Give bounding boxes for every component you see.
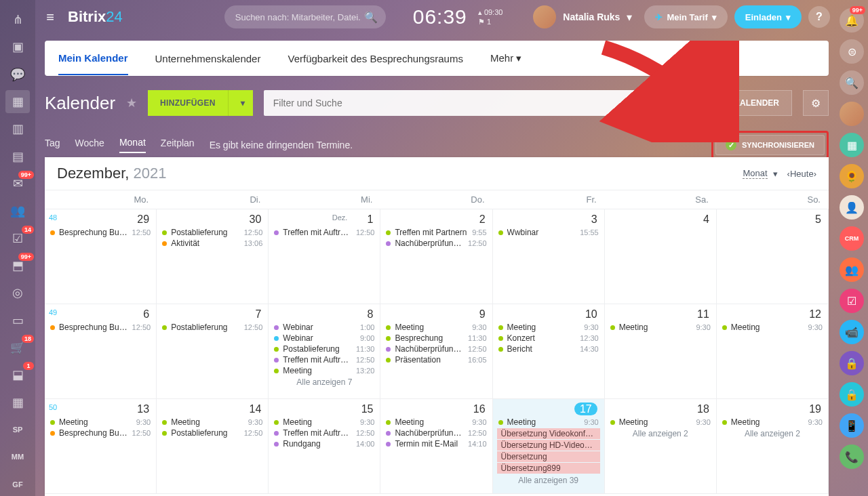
right-rail-item[interactable]: 📞 (840, 445, 864, 469)
rail-item[interactable]: ✉99+ (5, 172, 30, 195)
right-rail-item[interactable]: 🔒 (840, 351, 864, 375)
rail-item[interactable]: ▥ (5, 117, 30, 140)
rail-item[interactable]: ▤ (5, 145, 30, 168)
gear-icon[interactable]: ⚙ (803, 90, 829, 116)
right-rail-item[interactable]: 📹 (840, 320, 864, 344)
next-icon[interactable]: › (814, 169, 816, 179)
view-tag[interactable]: Tag (45, 138, 60, 152)
right-rail-item[interactable]: 👤 (840, 195, 864, 220)
event-bar[interactable]: Übersetzung Videokonfere... (497, 428, 600, 439)
right-rail-item[interactable]: CRM (840, 226, 864, 251)
tab[interactable]: Verfügbarkeit des Besprechungsraums (288, 43, 462, 75)
day-cell[interactable]: 7Postablieferung12:50 (157, 304, 269, 399)
event[interactable]: Besprechung Buchh...12:50 (49, 227, 152, 238)
rail-item[interactable]: ⬒99+ (5, 254, 30, 277)
show-all[interactable]: Alle anzeigen 2 (721, 428, 824, 438)
kalender-button[interactable]: KALENDER (721, 90, 792, 116)
day-cell[interactable]: 11Meeting9:30 (605, 304, 717, 399)
rail-item[interactable]: ▣ (5, 35, 30, 58)
view-woche[interactable]: Woche (75, 138, 104, 152)
right-rail-item[interactable]: 🔒 (840, 382, 864, 407)
event[interactable]: Besprechung Buchh...12:50 (49, 322, 152, 333)
logo[interactable]: Bitrix24 (68, 8, 123, 26)
view-switcher[interactable]: Monat ▾ (743, 168, 777, 179)
day-cell[interactable]: 5 (717, 209, 829, 304)
view-monat[interactable]: Monat (119, 137, 146, 153)
help-button[interactable]: ? (808, 6, 830, 28)
right-rail-item[interactable]: ☑ (840, 289, 864, 313)
menu-icon[interactable]: ≡ (41, 9, 60, 25)
right-rail-item[interactable]: ⊜ (840, 39, 864, 64)
right-rail-item[interactable]: 🔍 (840, 70, 864, 95)
event-bar[interactable]: Übersetzung899 (497, 463, 600, 474)
event[interactable]: Treffen mit Auftrag...12:50 (273, 354, 376, 365)
rail-item[interactable]: ▦ (5, 90, 30, 113)
event[interactable]: Postablieferung12:50 (161, 322, 264, 333)
rail-item[interactable]: 💬 (5, 63, 30, 86)
event[interactable]: Nachüberprüfung IT...12:50 (384, 238, 488, 249)
user-menu[interactable]: Natalia Ruks ▾ (533, 5, 632, 28)
day-cell[interactable]: 14Meeting9:30Postablieferung12:50 (157, 399, 269, 494)
event[interactable]: Treffen mit Auftrag...12:50 (273, 428, 376, 438)
day-cell[interactable]: 2Treffen mit Partnern9:55Nachüberprüfung… (380, 209, 492, 304)
tab[interactable]: Mein Kalender (58, 42, 128, 75)
event-bar[interactable]: Übersetzung (497, 451, 600, 462)
rail-item[interactable]: 🛒18 (5, 336, 30, 359)
event[interactable]: Postablieferung12:50 (161, 227, 264, 238)
add-dropdown[interactable]: ▾ (228, 90, 253, 116)
right-rail-item[interactable]: 📱 (840, 413, 864, 438)
event[interactable]: Termin mit E-Mail14:10 (384, 438, 488, 449)
event[interactable]: Besprechung Buchh...12:50 (49, 428, 152, 438)
search-icon[interactable]: 🔍 (364, 11, 378, 24)
tab[interactable]: Unternehmenskalender (155, 43, 261, 75)
filter-input[interactable] (264, 90, 711, 116)
event[interactable]: Webinar9:00 (273, 333, 376, 344)
right-rail-item[interactable]: ▦ (840, 133, 864, 157)
day-cell[interactable]: 496Besprechung Buchh...12:50 (45, 304, 157, 399)
view-zeitplan[interactable]: Zeitplan (161, 138, 195, 152)
event[interactable]: Meeting9:30 (384, 417, 488, 428)
day-cell[interactable]: 10Meeting9:30Konzert12:30Bericht14:30 (493, 304, 605, 399)
day-cell[interactable]: 17Meeting9:30Übersetzung Videokonfere...… (493, 399, 605, 494)
day-cell[interactable]: 18Meeting9:30Alle anzeigen 2 (605, 399, 717, 494)
event[interactable]: Meeting9:30 (609, 417, 712, 428)
event[interactable]: Webinar1:00 (273, 322, 376, 333)
invite-button[interactable]: Einladen▾ (734, 5, 802, 28)
event[interactable]: Postablieferung12:50 (161, 428, 264, 438)
event[interactable]: Aktivität13:06 (161, 238, 264, 249)
sync-button[interactable]: ✓SYNCHRONISIEREN (715, 135, 825, 155)
day-cell[interactable]: 9Meeting9:30Besprechung11:30Nachüberprüf… (380, 304, 492, 399)
right-rail-item[interactable]: 🌻 (840, 164, 864, 188)
day-cell[interactable]: 4829Besprechung Buchh...12:50 (45, 209, 157, 304)
event[interactable]: Meeting9:30 (49, 417, 152, 428)
event[interactable]: Meeting9:30 (721, 322, 824, 333)
show-all[interactable]: Alle anzeigen 39 (497, 474, 600, 485)
event[interactable]: Besprechung11:30 (384, 333, 488, 344)
rail-item[interactable]: SP (5, 418, 30, 441)
search-input[interactable] (224, 5, 386, 28)
rail-item[interactable]: GF (5, 473, 30, 496)
event[interactable]: Nachüberprüfung IT...12:50 (384, 344, 488, 354)
event[interactable]: Meeting13:20 (273, 365, 376, 376)
event[interactable]: Rundgang14:00 (273, 438, 376, 449)
day-cell[interactable]: 16Meeting9:30Nachüberprüfung IT...12:50T… (380, 399, 492, 494)
event[interactable]: Meeting9:30 (273, 417, 376, 428)
day-cell[interactable]: 3Wwbinar15:55 (493, 209, 605, 304)
day-cell[interactable]: 1Dez.Treffen mit Auftrag...12:50 (269, 209, 380, 304)
day-cell[interactable]: 12Meeting9:30 (717, 304, 829, 399)
event[interactable]: Meeting9:30 (384, 322, 488, 333)
rail-item[interactable]: 👥 (5, 199, 30, 222)
rail-item[interactable]: ⬓1 (5, 363, 30, 386)
event[interactable]: Bericht14:30 (497, 344, 600, 354)
rail-item[interactable]: ◎ (5, 281, 30, 304)
tarif-button[interactable]: ✈Mein Tarif▾ (644, 5, 727, 28)
today-button[interactable]: Heute (790, 169, 814, 179)
event[interactable]: Meeting9:30 (497, 322, 600, 333)
event[interactable]: Konzert12:30 (497, 333, 600, 344)
day-cell[interactable]: 8Webinar1:00Webinar9:00Postablieferung11… (269, 304, 380, 399)
event[interactable]: Treffen mit Auftrag...12:50 (273, 227, 376, 238)
day-cell[interactable]: 30Postablieferung12:50Aktivität13:06 (157, 209, 269, 304)
rail-item[interactable]: MM (5, 445, 30, 468)
right-rail-item[interactable]: 🔔99+ (840, 8, 864, 33)
right-rail-item[interactable] (840, 102, 864, 126)
